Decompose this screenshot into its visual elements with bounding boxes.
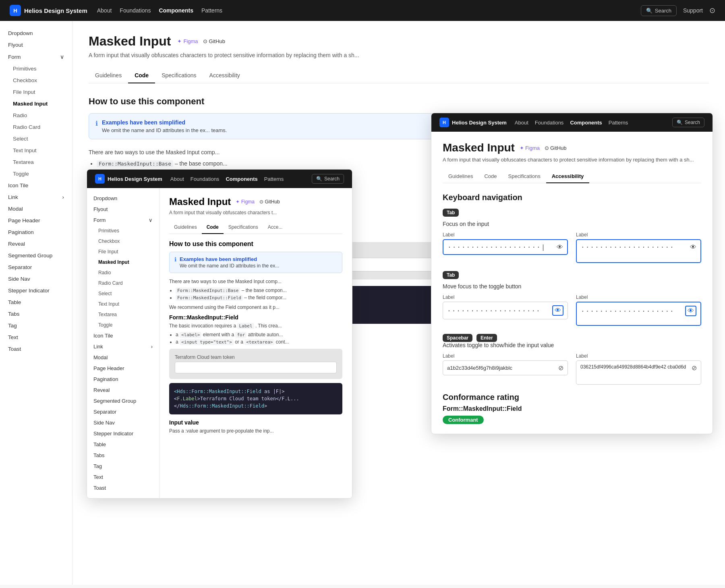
- w1-sidebar-separator[interactable]: Separator: [87, 406, 159, 417]
- w1-sidebar-dropdown[interactable]: Dropdown: [87, 193, 159, 204]
- w1-sidebar-pagination[interactable]: Pagination: [87, 374, 159, 385]
- sidebar-item-select[interactable]: Select: [0, 133, 72, 145]
- w2-nav-about[interactable]: About: [515, 120, 528, 126]
- search-button[interactable]: 🔍 Search: [641, 5, 677, 16]
- sidebar-item-textarea[interactable]: Textarea: [0, 156, 72, 168]
- w1-demo-input[interactable]: [175, 362, 337, 373]
- w2-search-button[interactable]: 🔍 Search: [672, 118, 704, 127]
- eye-active-icon-3[interactable]: 👁: [552, 305, 563, 316]
- eye-icon-2[interactable]: 👁: [690, 244, 696, 251]
- w1-sidebar-link[interactable]: Link›: [87, 341, 159, 352]
- w1-sidebar-textarea[interactable]: Textarea: [87, 309, 159, 320]
- tab-code[interactable]: Code: [128, 68, 155, 83]
- logo[interactable]: H Helios Design System: [10, 5, 87, 16]
- w1-sidebar-text-input[interactable]: Text Input: [87, 299, 159, 309]
- kbd-input-6[interactable]: 036215df4996ca649928d8864b4df9e42 cba0d6…: [576, 360, 701, 385]
- w1-sidebar-stepper-indicator[interactable]: Stepper Indicator: [87, 428, 159, 439]
- sidebar-item-dropdown[interactable]: Dropdown: [0, 27, 72, 39]
- w2-tab-specifications[interactable]: Specifications: [503, 170, 546, 183]
- w1-sidebar-side-nav[interactable]: Side Nav: [87, 417, 159, 428]
- sidebar-item-tabs[interactable]: Tabs: [0, 308, 72, 320]
- tab-specifications[interactable]: Specifications: [155, 68, 203, 83]
- w1-sidebar-icon-tile[interactable]: Icon Tile: [87, 330, 159, 341]
- sidebar-item-side-nav[interactable]: Side Nav: [0, 273, 72, 285]
- w1-sidebar-table[interactable]: Table: [87, 439, 159, 450]
- w1-sidebar-toast[interactable]: Toast: [87, 482, 159, 493]
- sidebar-item-tag[interactable]: Tag: [0, 320, 72, 331]
- sidebar-item-text[interactable]: Text: [0, 331, 72, 343]
- w1-sidebar-reveal[interactable]: Reveal: [87, 385, 159, 395]
- nav-patterns[interactable]: Patterns: [201, 7, 222, 14]
- w1-github-link[interactable]: ⊙ GitHub: [259, 199, 280, 205]
- kbd-input-1[interactable]: ····················| 👁: [443, 239, 568, 255]
- w2-logo[interactable]: H Helios Design System: [439, 118, 507, 127]
- kbd-input-4[interactable]: ···················· 👁: [576, 302, 701, 326]
- w1-sidebar-tabs[interactable]: Tabs: [87, 450, 159, 461]
- sidebar-item-form[interactable]: Form ∨: [0, 51, 72, 63]
- w2-nav-components[interactable]: Components: [570, 120, 602, 126]
- sidebar-item-separator[interactable]: Separator: [0, 261, 72, 273]
- kbd-input-5[interactable]: a1b2c33d4e5f6g7h8i9jakblc ⊘: [443, 360, 568, 375]
- nav-support[interactable]: Support: [683, 7, 703, 14]
- w1-sidebar-page-header[interactable]: Page Header: [87, 363, 159, 374]
- w1-sidebar-radio[interactable]: Radio: [87, 267, 159, 278]
- w1-sidebar-file-input[interactable]: File Input: [87, 246, 159, 257]
- sidebar-item-radio[interactable]: Radio: [0, 110, 72, 121]
- w1-sidebar-form[interactable]: Form∨: [87, 215, 159, 226]
- w1-sidebar-primitives[interactable]: Primitives: [87, 226, 159, 236]
- w1-tab-guidelines[interactable]: Guidelines: [169, 221, 202, 234]
- sidebar-item-masked-input[interactable]: Masked Input: [0, 98, 72, 110]
- kbd-input-2[interactable]: ···················· 👁: [576, 239, 701, 263]
- w1-sidebar-checkbox[interactable]: Checkbox: [87, 236, 159, 246]
- w1-search-button[interactable]: 🔍 Search: [312, 174, 344, 184]
- w1-logo[interactable]: H Helios Design System: [95, 174, 162, 184]
- slash-eye-icon-6[interactable]: ⊘: [692, 364, 697, 372]
- w1-sidebar-radio-card[interactable]: Radio Card: [87, 278, 159, 288]
- nav-about[interactable]: About: [97, 7, 112, 14]
- sidebar-item-radio-card[interactable]: Radio Card: [0, 121, 72, 133]
- w1-tab-specifications[interactable]: Specifications: [224, 221, 263, 234]
- sidebar-item-file-input[interactable]: File Input: [0, 86, 72, 98]
- sidebar-item-page-header[interactable]: Page Header: [0, 215, 72, 226]
- tab-accessibility[interactable]: Accessibility: [203, 68, 246, 83]
- w1-sidebar-toggle[interactable]: Toggle: [87, 320, 159, 330]
- figma-link[interactable]: ✦ Figma: [177, 38, 198, 44]
- w2-figma-link[interactable]: ✦ Figma: [520, 145, 540, 151]
- w1-tab-code[interactable]: Code: [202, 221, 224, 234]
- eye-icon-1[interactable]: 👁: [557, 244, 563, 251]
- w1-nav-components[interactable]: Components: [226, 176, 257, 182]
- w2-nav-patterns[interactable]: Patterns: [609, 120, 628, 126]
- sidebar-item-text-input[interactable]: Text Input: [0, 145, 72, 156]
- tab-guidelines[interactable]: Guidelines: [89, 68, 128, 83]
- sidebar-item-segmented-group[interactable]: Segmented Group: [0, 250, 72, 261]
- sidebar-item-toast[interactable]: Toast: [0, 343, 72, 355]
- sidebar-item-modal[interactable]: Modal: [0, 203, 72, 215]
- github-link[interactable]: ⊙ GitHub: [203, 38, 225, 44]
- w1-sidebar-segmented-group[interactable]: Segmented Group: [87, 395, 159, 406]
- nav-components[interactable]: Components: [159, 7, 193, 14]
- sidebar-item-primitives[interactable]: Primitives: [0, 63, 72, 75]
- sidebar-item-pagination[interactable]: Pagination: [0, 226, 72, 238]
- sidebar-item-reveal[interactable]: Reveal: [0, 238, 72, 250]
- w1-sidebar-flyout[interactable]: Flyout: [87, 204, 159, 215]
- w1-nav-about[interactable]: About: [170, 176, 184, 182]
- w1-sidebar-text[interactable]: Text: [87, 472, 159, 482]
- w1-sidebar-masked-input[interactable]: Masked Input: [87, 257, 159, 267]
- sidebar-item-table[interactable]: Table: [0, 296, 72, 308]
- w1-nav-patterns[interactable]: Patterns: [264, 176, 284, 182]
- w2-github-link[interactable]: ⊙ GitHub: [545, 145, 566, 151]
- slash-eye-icon-5[interactable]: ⊘: [558, 364, 563, 372]
- kbd-input-3[interactable]: ···················· 👁: [443, 302, 568, 319]
- w1-figma-link[interactable]: ✦ Figma: [236, 199, 255, 205]
- nav-foundations[interactable]: Foundations: [120, 7, 151, 14]
- w2-tab-code[interactable]: Code: [478, 170, 502, 183]
- sidebar-item-toggle[interactable]: Toggle: [0, 168, 72, 180]
- w1-nav-foundations[interactable]: Foundations: [191, 176, 220, 182]
- w1-sidebar-modal[interactable]: Modal: [87, 352, 159, 363]
- sidebar-item-checkbox[interactable]: Checkbox: [0, 75, 72, 86]
- w1-tab-accessibility[interactable]: Acce...: [263, 221, 288, 234]
- sidebar-item-flyout[interactable]: Flyout: [0, 39, 72, 51]
- w2-tab-accessibility[interactable]: Accessibility: [546, 170, 590, 183]
- w1-sidebar-select[interactable]: Select: [87, 288, 159, 299]
- sidebar-item-icon-tile[interactable]: Icon Tile: [0, 180, 72, 191]
